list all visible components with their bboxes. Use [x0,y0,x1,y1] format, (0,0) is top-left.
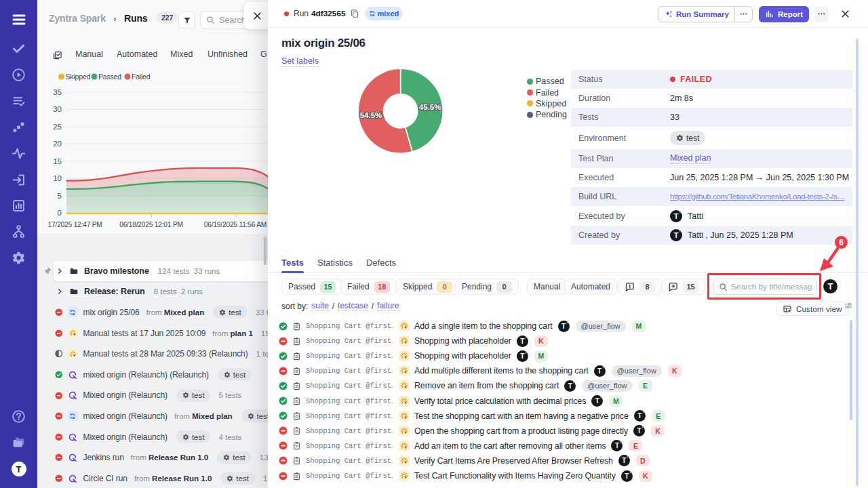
test-row[interactable]: Shopping Cart @first…Verify total price … [268,394,858,409]
sidebar-item-activity[interactable] [0,146,37,161]
expand-chevron-icon[interactable] [56,288,63,295]
close-icon[interactable] [252,11,262,21]
filter-chip-comment-excl[interactable]: 8 [618,279,662,295]
sidebar-item-play-circle[interactable] [0,68,37,82]
breadcrumb-page[interactable]: Runs [124,13,147,24]
run-title[interactable]: Circle CI run [83,474,127,483]
run-summary-button[interactable]: Run Summary [658,6,753,22]
filter-chip-comment-plus[interactable]: 15 [661,279,705,295]
expand-chevron-icon[interactable] [56,268,63,274]
run-plan[interactable]: Mixed plan [164,308,204,317]
tab-mixed[interactable]: Mixed [170,49,193,59]
test-title[interactable]: Add multiple different items to the shop… [414,366,589,375]
test-plan-link[interactable]: Mixed plan [670,153,711,164]
report-button[interactable]: Report [759,6,809,22]
filter-chip-automated[interactable]: Automated [564,279,617,295]
sidebar-item-folders[interactable] [0,435,37,449]
run-title[interactable]: mixed origin (Relaunch) [83,411,167,421]
select-all-icon[interactable] [52,50,62,60]
run-title[interactable]: mix origin 25/06 [83,308,140,317]
test-title[interactable]: Add a single item to the shopping cart [414,321,553,331]
sidebar-item-help[interactable] [0,409,37,424]
test-title[interactable]: Test Cart Functionality with Items Havin… [414,471,616,481]
filter-button[interactable] [178,12,195,28]
sidebar-item-git-branch[interactable] [0,224,37,239]
clipboard-icon [292,411,301,420]
test-row[interactable]: Shopping Cart @first…Shopping with place… [268,348,858,363]
test-row[interactable]: Shopping Cart @first…Test the shopping c… [268,409,858,424]
test-row[interactable]: Shopping Cart @first…Shopping with place… [268,333,858,348]
test-title[interactable]: Remove an item from the shopping cart [414,381,559,390]
tune-icon[interactable] [844,301,853,310]
tab-manual[interactable]: Manual [75,49,103,59]
flaky-burst-icon [399,470,410,481]
test-title[interactable]: Shopping with placeholder [414,351,511,361]
run-title[interactable]: Mixed origin (Relaunch) [83,390,167,400]
milestone-title[interactable]: Release: Rerun [84,287,145,296]
run-title[interactable]: Manual tests at 28 Mar 2025 09:33 (Relau… [83,349,248,359]
drawer-scrollbar[interactable] [856,39,859,486]
test-row[interactable]: Shopping Cart @first…Add a single item t… [268,319,858,333]
filter-chip-pending[interactable]: Pending0 [455,279,519,295]
test-row[interactable]: Shopping Cart @first…Add an item to the … [268,439,858,453]
filter-chip-skipped[interactable]: Skipped0 [396,279,459,295]
test-title[interactable]: Open the shopping cart from a product li… [414,426,628,436]
test-row[interactable]: Shopping Cart @first…Remove an item from… [268,378,858,393]
tab-automated[interactable]: Automated [117,49,157,59]
custom-view-button[interactable]: Custom view [776,302,849,316]
sort-link-failure[interactable]: failure [377,301,399,311]
tab-tests[interactable]: Tests [281,253,304,272]
test-title[interactable]: Verify total price calculation with deci… [414,396,586,406]
test-title[interactable]: Add an item to the cart after removing a… [414,441,606,451]
test-title[interactable]: Verify Cart Items Are Preserved After Br… [414,456,613,466]
sidebar-item-check[interactable] [0,41,37,56]
run-title[interactable]: Mixed origin (Relaunch) [83,432,167,442]
run-plan[interactable]: Release Run 1.0 [152,474,212,483]
sidebar-item-menu[interactable] [0,12,37,28]
tab-g[interactable]: G [260,49,267,59]
run-plan[interactable]: Mixed plan [192,412,232,420]
sidebar-item-enter[interactable] [0,173,37,187]
set-labels-link[interactable]: Set labels [281,56,319,67]
filter-chip-failed[interactable]: Failed18 [340,279,397,295]
more-actions-button[interactable] [814,7,829,22]
run-title[interactable]: Jenkins run [83,453,124,462]
test-row[interactable]: Shopping Cart @first…Verify Cart Items A… [268,453,858,468]
sidebar-item-bar-chart-box[interactable] [0,199,37,213]
test-row[interactable]: Shopping Cart @first…Test Cart Functiona… [268,468,858,483]
tab-statistics[interactable]: Statistics [317,253,353,272]
sort-link-suite[interactable]: suite [311,301,328,311]
tests-search-input[interactable]: Search by title/message [713,279,817,295]
tab-defects[interactable]: Defects [366,253,396,272]
filter-chip-passed[interactable]: Passed15 [281,279,342,295]
milestone-title[interactable]: Bravo milestone [84,266,149,276]
test-title[interactable]: Shopping with placeholder [414,336,511,346]
run-title[interactable]: mixed origin (Relaunch) (Relaunch) [83,370,209,380]
test-title[interactable]: Test the shopping cart with an item havi… [414,411,629,421]
close-drawer-button[interactable] [837,6,853,22]
test-row[interactable]: Shopping Cart @first…Open the shopping c… [268,424,858,439]
sidebar-item-steps[interactable] [0,120,37,134]
sidebar-item-gear[interactable] [0,251,37,265]
pin-icon [43,266,52,275]
run-from: from Release Run 1.0 [134,474,212,483]
run-plan[interactable]: Release Run 1.0 [149,453,208,462]
copy-icon[interactable] [350,9,359,18]
test-row[interactable]: Shopping Cart @first…Add multiple differ… [268,363,858,378]
run-title[interactable]: Manual tests at 17 Jun 2025 10:09 [83,329,206,338]
sidebar-user-avatar[interactable]: T’ [0,462,37,476]
run-plan[interactable]: plan 1 [231,329,253,338]
detail-value: FAILED [670,75,712,84]
tab-unfinished[interactable]: Unfinished [208,49,248,59]
issue-letter-badge: K [639,470,652,482]
assignee-avatar: T’ [517,350,528,362]
breadcrumb-project[interactable]: Zyntra Spark [49,13,106,24]
runs-list-scrollbar[interactable] [264,237,267,265]
sidebar-item-playlist-check[interactable] [0,94,37,108]
sort-link-testcase[interactable]: testcase [338,301,368,311]
filter-chip-manual[interactable]: Manual [527,279,567,295]
assignee-avatar[interactable]: T’ [823,279,837,293]
tests-scrollbar[interactable] [850,320,852,420]
build-url-link[interactable]: https://github.com/TetianaKhomenko/Load-… [670,192,845,201]
run-summary-more-button[interactable] [734,7,752,22]
